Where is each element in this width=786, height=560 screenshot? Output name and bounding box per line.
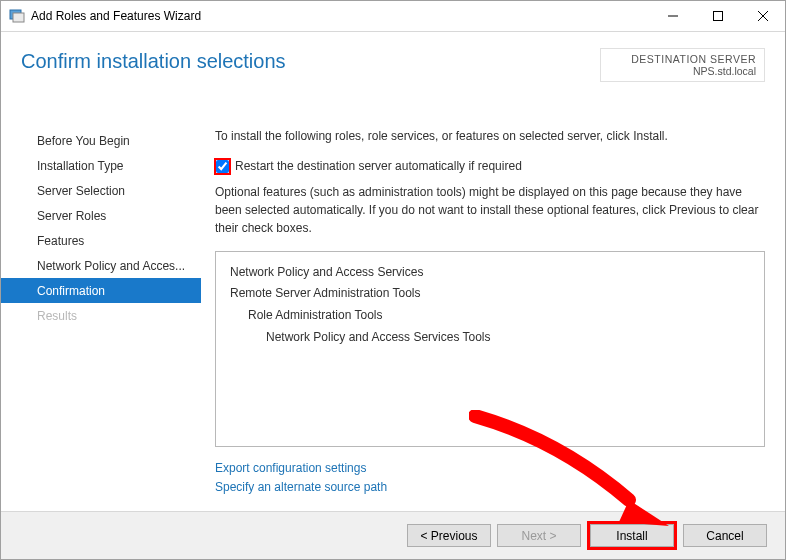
export-config-link[interactable]: Export configuration settings (215, 459, 765, 478)
sidebar-item-results: Results (21, 303, 201, 328)
cancel-button[interactable]: Cancel (683, 524, 767, 547)
specify-source-link[interactable]: Specify an alternate source path (215, 478, 765, 497)
next-button: Next > (497, 524, 581, 547)
svg-rect-3 (713, 11, 722, 20)
list-item: Network Policy and Access Services Tools (230, 327, 750, 349)
optional-features-note: Optional features (such as administratio… (215, 183, 765, 237)
install-button[interactable]: Install (590, 524, 674, 547)
annotation-highlight-checkbox (214, 158, 231, 175)
destination-server-label: DESTINATION SERVER (631, 53, 756, 65)
sidebar-item-confirmation[interactable]: Confirmation (1, 278, 201, 303)
wizard-footer: < Previous Next > Install Cancel (1, 511, 785, 559)
destination-server-name: NPS.std.local (631, 65, 756, 77)
window-controls (650, 1, 785, 30)
sidebar-item-installation-type[interactable]: Installation Type (21, 153, 201, 178)
maximize-button[interactable] (695, 1, 740, 30)
window-title: Add Roles and Features Wizard (31, 9, 201, 23)
list-item: Remote Server Administration Tools (230, 283, 750, 305)
title-bar: Add Roles and Features Wizard (1, 1, 785, 31)
annotation-highlight-install: Install (587, 521, 677, 550)
svg-rect-1 (13, 13, 24, 22)
close-button[interactable] (740, 1, 785, 30)
selections-list: Network Policy and Access Services Remot… (215, 251, 765, 447)
minimize-button[interactable] (650, 1, 695, 30)
sidebar-item-before-you-begin[interactable]: Before You Begin (21, 128, 201, 153)
wizard-steps-sidebar: Before You Begin Installation Type Serve… (1, 128, 201, 511)
list-item: Network Policy and Access Services (230, 262, 750, 284)
previous-button[interactable]: < Previous (407, 524, 491, 547)
app-icon (9, 8, 25, 24)
destination-server-box: DESTINATION SERVER NPS.std.local (600, 48, 765, 82)
instruction-text: To install the following roles, role ser… (215, 128, 765, 145)
sidebar-item-features[interactable]: Features (21, 228, 201, 253)
sidebar-item-network-policy[interactable]: Network Policy and Acces... (21, 253, 201, 278)
sidebar-item-server-selection[interactable]: Server Selection (21, 178, 201, 203)
sidebar-item-server-roles[interactable]: Server Roles (21, 203, 201, 228)
restart-automatically-checkbox[interactable] (216, 160, 229, 173)
list-item: Role Administration Tools (230, 305, 750, 327)
restart-automatically-label[interactable]: Restart the destination server automatic… (235, 159, 522, 173)
